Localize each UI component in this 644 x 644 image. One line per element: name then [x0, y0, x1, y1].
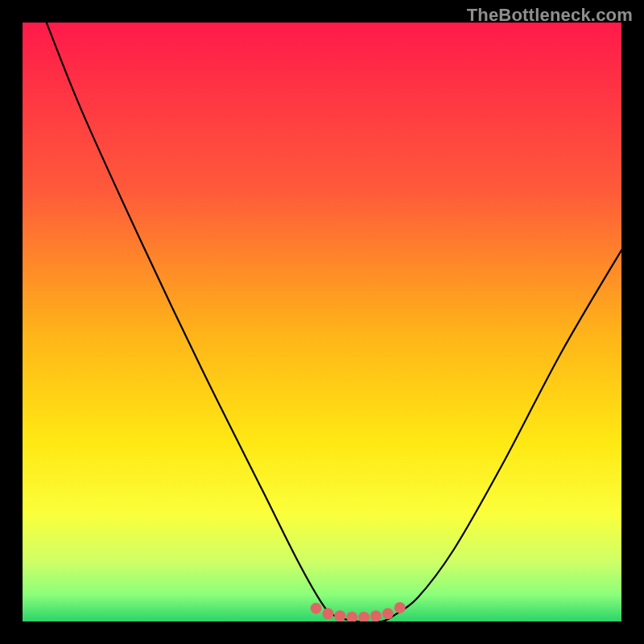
marker-dot	[370, 610, 382, 621]
chart-svg	[23, 23, 621, 621]
marker-dot	[394, 602, 406, 613]
marker-dot	[346, 612, 357, 621]
marker-dot	[322, 608, 333, 619]
plot-area	[23, 23, 621, 621]
bottleneck-curve	[47, 23, 621, 621]
marker-dot	[382, 608, 394, 619]
marker-dot	[358, 612, 369, 621]
watermark-text: TheBottleneck.com	[467, 5, 633, 26]
optimal-band-markers	[311, 602, 406, 621]
chart-frame: TheBottleneck.com	[0, 0, 644, 644]
marker-dot	[311, 603, 322, 614]
marker-dot	[334, 610, 345, 621]
